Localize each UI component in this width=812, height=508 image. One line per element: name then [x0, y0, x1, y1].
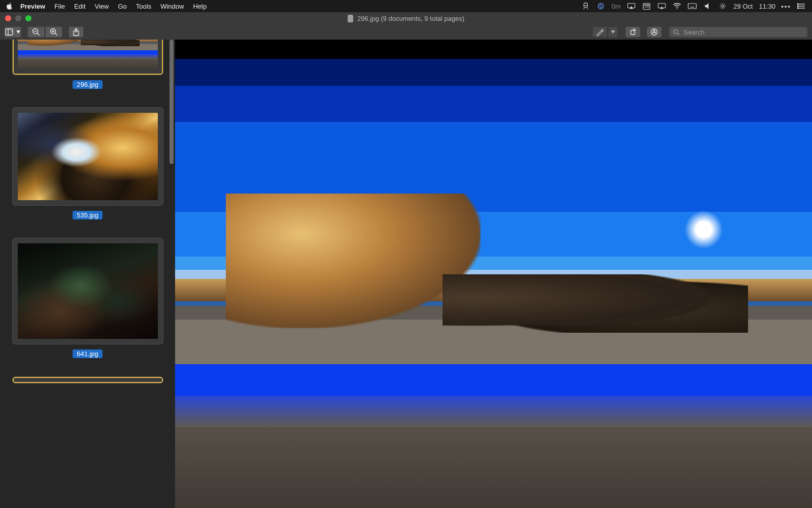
- svg-point-45: [674, 29, 678, 34]
- svg-rect-43: [631, 30, 635, 35]
- search-input[interactable]: [683, 28, 804, 37]
- thumbnail-image: [18, 243, 158, 339]
- apple-menu[interactable]: [6, 3, 13, 10]
- menu-help[interactable]: Help: [193, 3, 207, 10]
- content-area: 296.jpg 535.jpg 641.jpg: [0, 40, 812, 508]
- overflow-icon[interactable]: •••: [782, 2, 791, 11]
- menu-view[interactable]: View: [95, 3, 109, 10]
- svg-marker-32: [16, 30, 20, 34]
- volume-icon[interactable]: [703, 2, 712, 11]
- sidebar-toggle-button[interactable]: [4, 26, 21, 38]
- minimize-window-button[interactable]: [15, 15, 21, 21]
- train-icon[interactable]: [581, 2, 590, 11]
- zoom-in-button[interactable]: [45, 26, 62, 38]
- close-window-button[interactable]: [5, 15, 11, 21]
- keyboard-icon[interactable]: [688, 2, 697, 11]
- wifi-icon[interactable]: [672, 2, 682, 11]
- menu-extra-icon[interactable]: [718, 2, 727, 11]
- svg-rect-12: [688, 4, 696, 9]
- svg-point-15: [722, 5, 724, 7]
- svg-marker-6: [630, 6, 633, 9]
- zoom-out-button[interactable]: [27, 26, 45, 38]
- notification-center-icon[interactable]: [797, 2, 806, 11]
- svg-point-28: [797, 6, 798, 7]
- svg-line-2: [584, 8, 585, 9]
- window-title: 296.jpg (9 documents, 9 total pages): [0, 15, 812, 22]
- status-icons: 0m 29 29 Oct 11:30 •••: [575, 2, 806, 11]
- svg-marker-42: [611, 30, 615, 34]
- menubar-date[interactable]: 29 Oct: [733, 3, 753, 10]
- highlight-dropdown[interactable]: [608, 26, 618, 38]
- calendar-icon[interactable]: 29: [642, 2, 651, 11]
- svg-point-4: [598, 4, 604, 9]
- app-menu[interactable]: Preview: [20, 3, 45, 10]
- menubar: Preview File Edit View Go Tools Window H…: [0, 0, 812, 12]
- svg-line-3: [587, 8, 588, 9]
- svg-point-11: [676, 8, 678, 9]
- thumbnail-label: 296.jpg: [73, 80, 103, 89]
- screen-mirror-icon[interactable]: [627, 2, 636, 11]
- thumbnail-image: [18, 40, 158, 70]
- timer-label: 0m: [612, 3, 621, 10]
- thumbnail-item[interactable]: [12, 238, 163, 344]
- sync-icon[interactable]: [596, 2, 605, 11]
- rotate-button[interactable]: [625, 26, 640, 38]
- thumbnail-item[interactable]: [12, 376, 163, 384]
- window-title-text: 296.jpg (9 documents, 9 total pages): [357, 15, 464, 22]
- menu-edit[interactable]: Edit: [74, 3, 85, 10]
- main-image: [175, 59, 812, 508]
- svg-point-27: [797, 4, 798, 5]
- svg-line-37: [55, 34, 57, 36]
- search-icon: [673, 29, 680, 36]
- highlight-button[interactable]: [592, 26, 607, 38]
- svg-point-29: [797, 8, 798, 9]
- svg-marker-14: [705, 3, 708, 9]
- thumbnail-label: 535.jpg: [73, 211, 103, 219]
- image-canvas[interactable]: [175, 40, 812, 508]
- sidebar-scrollbar[interactable]: [168, 40, 175, 508]
- svg-line-46: [678, 33, 680, 35]
- thumbnail-image: [18, 113, 158, 200]
- menu-window[interactable]: Window: [160, 3, 184, 10]
- share-button[interactable]: [69, 26, 84, 38]
- menu-go[interactable]: Go: [118, 3, 126, 10]
- svg-rect-0: [584, 3, 588, 8]
- thumbnail-sidebar: 296.jpg 535.jpg 641.jpg: [0, 40, 175, 508]
- search-field[interactable]: [669, 26, 808, 38]
- window-controls: [5, 15, 31, 21]
- menubar-time[interactable]: 11:30: [759, 3, 775, 10]
- thumbnail-item[interactable]: [12, 107, 163, 206]
- svg-line-21: [724, 8, 725, 8]
- titlebar: 296.jpg (9 documents, 9 total pages): [0, 12, 812, 24]
- toolbar: [0, 24, 812, 40]
- thumbnail-item[interactable]: [12, 40, 163, 75]
- thumbnail-label: 641.jpg: [73, 350, 103, 358]
- scrollbar-thumb[interactable]: [170, 40, 174, 164]
- menu-tools[interactable]: Tools: [136, 3, 151, 10]
- svg-line-22: [721, 8, 721, 8]
- menu-file[interactable]: File: [54, 3, 65, 10]
- svg-line-23: [724, 4, 725, 5]
- svg-line-34: [38, 34, 40, 36]
- svg-line-20: [721, 4, 721, 5]
- airplay-icon[interactable]: [657, 2, 666, 11]
- markup-button[interactable]: [647, 26, 662, 38]
- zoom-window-button[interactable]: [25, 15, 31, 21]
- calendar-day: 29: [645, 4, 649, 9]
